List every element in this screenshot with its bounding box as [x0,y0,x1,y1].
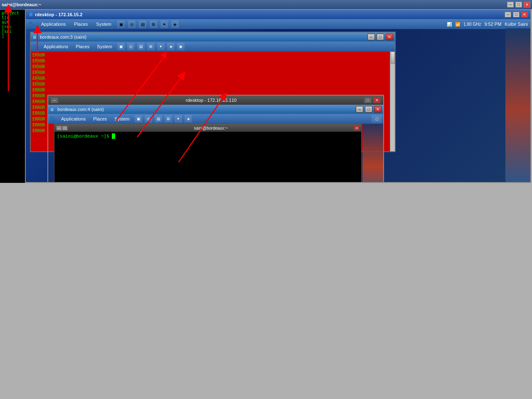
gnome-places-menu[interactable]: Places [71,21,90,27]
bordeaux3-scrollbar[interactable] [390,52,395,151]
bordeaux3-applet-terminal[interactable]: ▣ [117,43,125,50]
bordeaux3-close-button[interactable]: ✕ [386,34,393,40]
bordeaux3-max-button[interactable]: □ [377,34,384,40]
bordeaux4-applet-2[interactable]: ◎ [145,115,152,123]
outer-max-button[interactable]: □ [515,2,522,7]
rdesktop110-titlebar: ─ rdesktop - 172.16.15.110 □ ✕ [48,96,383,105]
bordeaux3-applications-menu[interactable]: Applications [41,43,71,50]
bordeaux4-applet-6[interactable]: ◈ [185,115,192,123]
rdesktop-outer-min-button[interactable]: ─ [505,12,511,17]
bordeaux4-title: bordeaux.com:4 (saini) [56,107,354,112]
bordeaux3-applet-net[interactable]: ⊞ [147,43,155,50]
rdesktop110-close-button[interactable]: ✕ [373,97,381,103]
bordeaux4-system-menu[interactable]: System [112,116,132,122]
outer-taskbar-title: saini@bordeaux:~ [2,2,505,7]
bordeaux3-window: 🖥 bordeaux.com:3 (saini) ─ □ ✕ 🐾 Applica… [30,32,396,152]
outer-min-button[interactable]: ─ [507,2,514,7]
gnome-foot-icon: 🐾 [28,21,35,27]
gnome-user-label: Kulbir Saini [505,22,528,27]
gnome-applications-menu[interactable]: Applications [39,21,68,27]
rdesktop110-title: rdesktop - 172.16.15.110 [60,98,362,103]
error-6: ERROR [32,81,389,87]
terminal-close-button[interactable]: ✕ [354,126,360,131]
bordeaux4-applet-1[interactable]: ▣ [135,115,142,123]
error-5: ERROR [32,76,389,81]
outer-close-button[interactable]: ✕ [524,2,530,7]
terminal-body[interactable]: [saini@bordeaux ~]$ [54,132,361,182]
terminal-window: ─ □ saini@bordeaux:~ ✕ [saini@bordeaux ~… [54,124,362,182]
terminal-prompt: [saini@bordeaux ~]$ [57,133,112,139]
bordeaux4-titlebar: 🖥 bordeaux.com:4 (saini) ─ □ ✕ [48,105,383,114]
gnome-applet-misc2[interactable]: ◈ [171,20,179,28]
bordeaux4-foot-icon: 🐾 [50,116,56,122]
bordeaux3-foot-icon: 🐾 [32,44,39,49]
rdesktop-outer-title: rdesktop - 172.16.15.2 [35,12,503,17]
bordeaux3-min-button[interactable]: ─ [367,34,375,40]
gnome-applet-network[interactable]: ⊞ [150,20,157,28]
bordeaux3-title: bordeaux.com:3 (saini) [38,34,366,39]
bordeaux4-panel: 🐾 Applications Places System ▣ ◎ ▤ ⊞ ✦ ◈… [48,114,383,124]
error-7: ERROR [32,87,389,93]
gnome-clock: 9:52 PM [484,22,501,27]
terminal-max-button[interactable]: □ [62,126,68,131]
terminal-title: saini@bordeaux:~ [68,126,354,131]
error-2: ERROR [32,58,389,64]
bordeaux3-titlebar: 🖥 bordeaux.com:3 (saini) ─ □ ✕ [31,32,395,42]
bordeaux3-applet-files[interactable]: ▤ [137,43,145,50]
gnome-panel-right: 📊 📶 1.80 GHz 9:52 PM Kulbir Saini [447,22,528,27]
bordeaux3-system-menu[interactable]: System [94,43,115,50]
rdesktop110-min-button[interactable]: ─ [51,97,58,103]
bordeaux4-wm-icon: 🖥 [50,107,54,112]
gnome-system-menu[interactable]: System [94,21,114,27]
terminal-min-button[interactable]: ─ [56,126,62,131]
error-1: ERROR [32,52,389,58]
bordeaux4-applications-menu[interactable]: Applications [59,116,88,122]
bordeaux4-applet-3[interactable]: ▤ [155,115,162,123]
scrollbar-thumb [391,52,395,64]
bordeaux4-places-menu[interactable]: Places [91,116,109,122]
rdesktop-outer-close-button[interactable]: ✕ [521,12,528,17]
wallpaper-glimpse [362,124,383,182]
rdesktop-outer-window: 🖥 rdesktop - 172.16.15.2 ─ □ ✕ 🐾 Applica… [25,9,531,183]
bordeaux4-close-button[interactable]: ✕ [374,106,382,113]
gnome-monitor-icon: 📊 [447,22,452,27]
bordeaux4-window: 🖥 bordeaux.com:4 (saini) ─ □ ✕ 🐾 Applica… [48,105,383,182]
terminal-titlebar: ─ □ saini@bordeaux:~ ✕ [54,124,361,132]
terminal-cursor [112,133,115,139]
rdesktop110-window: ─ rdesktop - 172.16.15.110 □ ✕ 🖥 bordeau… [47,95,384,182]
gnome-applet-files[interactable]: ▤ [139,20,146,28]
gnome-panel-outer: 🐾 Applications Places System ▣ ◎ ▤ ⊞ ✦ ◈… [26,19,530,29]
rdesktop-outer-icon: 🖥 [28,12,33,17]
rdesktop110-max-button[interactable]: □ [364,97,372,103]
bordeaux4-applet-5[interactable]: ✦ [175,115,182,123]
bordeaux3-applet-misc2[interactable]: ◈ [167,43,175,50]
gnome-applet-misc1[interactable]: ✦ [160,20,168,28]
wallpaper-strip-right [505,28,530,182]
bordeaux4-applet-4[interactable]: ⊞ [165,115,172,123]
rdesktop-outer-titlebar: 🖥 rdesktop - 172.16.15.2 ─ □ ✕ [26,10,530,19]
bordeaux4-window-switcher: ◻ [372,115,382,123]
bordeaux3-places-menu[interactable]: Places [73,43,92,50]
bordeaux3-panel: 🐾 Applications Places System ▣ ◎ ▤ ⊞ ✦ ◈… [31,42,395,52]
gnome-applet-browser[interactable]: ◎ [128,20,135,28]
bordeaux3-wm-icon: 🖥 [32,35,37,39]
bordeaux3-applet-misc3[interactable]: ◉ [177,43,185,50]
bordeaux4-min-button[interactable]: ─ [356,106,363,113]
gnome-network-icon: 📶 [455,22,460,27]
outer-taskbar: saini@bordeaux:~ ─ □ ✕ [0,0,532,9]
bordeaux3-applet-misc1[interactable]: ✦ [157,43,165,50]
error-4: ERROR [32,70,389,76]
bordeaux3-applet-browser[interactable]: ◎ [127,43,135,50]
gnome-applet-terminal[interactable]: ▣ [117,20,125,28]
error-3: ERROR [32,64,389,70]
bordeaux4-window-button[interactable]: ◻ [372,115,382,123]
gnome-desktop-outer: 🐾 Applications Places System ▣ ◎ ▤ ⊞ ✦ ◈… [26,19,530,182]
bordeaux4-max-button[interactable]: □ [365,106,372,113]
rdesktop-outer-max-button[interactable]: □ [513,12,520,17]
gnome-cpu-label: 1.80 GHz [463,22,481,27]
